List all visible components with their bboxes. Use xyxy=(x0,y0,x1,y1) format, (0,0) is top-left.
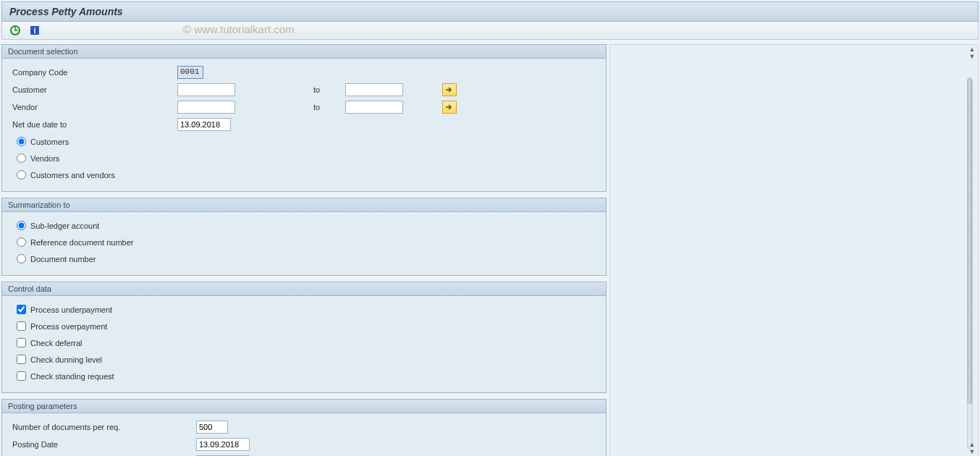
right-empty-region: ▲ ▼ ▲ ▼ xyxy=(609,44,979,456)
radio-subledger[interactable] xyxy=(17,221,26,230)
group-header-document-selection: Document selection xyxy=(2,45,606,59)
radio-docnum[interactable] xyxy=(17,254,26,263)
customer-from-input[interactable] xyxy=(177,83,235,96)
scroll-up-arrow-icon[interactable]: ▲ xyxy=(967,46,977,53)
company-code-value[interactable]: 0001 xyxy=(177,66,203,79)
chk-overpay-label: Process overpayment xyxy=(30,322,107,331)
chk-dunning-label: Check dunning level xyxy=(30,355,102,364)
main-panel: Document selection Company Code 0001 Cus… xyxy=(1,44,609,456)
scroll-up-bottom-arrow-icon[interactable]: ▲ xyxy=(967,441,977,448)
watermark-text: © www.tutorialkart.com xyxy=(183,23,295,35)
chk-deferral-label: Check deferral xyxy=(30,339,83,347)
net-due-label: Net due date to xyxy=(11,120,177,129)
group-posting-parameters: Posting parameters Number of documents p… xyxy=(1,399,607,456)
customer-to-input[interactable] xyxy=(345,83,403,96)
chk-check-standing-request[interactable] xyxy=(17,371,26,381)
radio-refdoc[interactable] xyxy=(17,237,26,247)
vertical-scrollbar[interactable] xyxy=(967,77,973,449)
num-docs-label: Number of documents per req. xyxy=(11,423,196,431)
scrollbar-thumb[interactable] xyxy=(968,78,972,404)
chk-standing-label: Check standing request xyxy=(30,372,114,381)
vendor-to-input[interactable] xyxy=(345,101,403,114)
vendor-to-label: to xyxy=(313,103,345,111)
scroll-down-arrow-icon[interactable]: ▼ xyxy=(967,448,977,455)
company-code-label: Company Code xyxy=(11,68,177,77)
customer-label: Customer xyxy=(11,85,177,94)
group-header-control-data: Control data xyxy=(2,282,606,296)
customer-multi-select-button[interactable] xyxy=(442,83,457,96)
chk-check-deferral[interactable] xyxy=(17,338,26,347)
radio-refdoc-label: Reference document number xyxy=(30,238,133,247)
group-control-data: Control data Process underpayment Proces… xyxy=(1,282,607,393)
chk-underpay-label: Process underpayment xyxy=(30,305,112,314)
group-header-posting: Posting parameters xyxy=(2,400,606,413)
toolbar: i © www.tutorialkart.com xyxy=(1,22,979,40)
page-title: Process Petty Amounts xyxy=(9,6,123,17)
info-icon[interactable]: i xyxy=(29,25,41,36)
window-title-bar: Process Petty Amounts xyxy=(1,1,979,22)
radio-both-label: Customers and vendors xyxy=(30,171,115,180)
chk-check-dunning-level[interactable] xyxy=(17,355,26,364)
radio-customers-label: Customers xyxy=(30,138,69,146)
radio-vendors[interactable] xyxy=(17,153,26,163)
posting-date-input[interactable] xyxy=(196,438,250,451)
vendor-from-input[interactable] xyxy=(177,101,235,114)
chk-process-overpayment[interactable] xyxy=(17,321,26,331)
group-header-summarization: Summarization to xyxy=(2,198,606,212)
customer-to-label: to xyxy=(313,85,345,94)
net-due-date-input[interactable] xyxy=(177,118,231,131)
radio-customers[interactable] xyxy=(17,137,26,146)
execute-icon[interactable] xyxy=(9,25,21,36)
radio-docnum-label: Document number xyxy=(30,255,96,263)
chk-process-underpayment[interactable] xyxy=(17,305,26,314)
svg-text:i: i xyxy=(34,26,36,35)
radio-subledger-label: Sub-ledger account xyxy=(30,221,99,230)
group-document-selection: Document selection Company Code 0001 Cus… xyxy=(1,44,607,192)
radio-customers-and-vendors[interactable] xyxy=(17,170,26,180)
vendor-label: Vendor xyxy=(11,103,177,111)
posting-date-label: Posting Date xyxy=(11,440,196,449)
num-docs-input[interactable] xyxy=(196,421,228,434)
group-summarization: Summarization to Sub-ledger account Refe… xyxy=(1,198,607,276)
vendor-multi-select-button[interactable] xyxy=(442,101,457,114)
radio-vendors-label: Vendors xyxy=(30,154,59,163)
scroll-down-inner-arrow-icon[interactable]: ▼ xyxy=(967,53,977,60)
